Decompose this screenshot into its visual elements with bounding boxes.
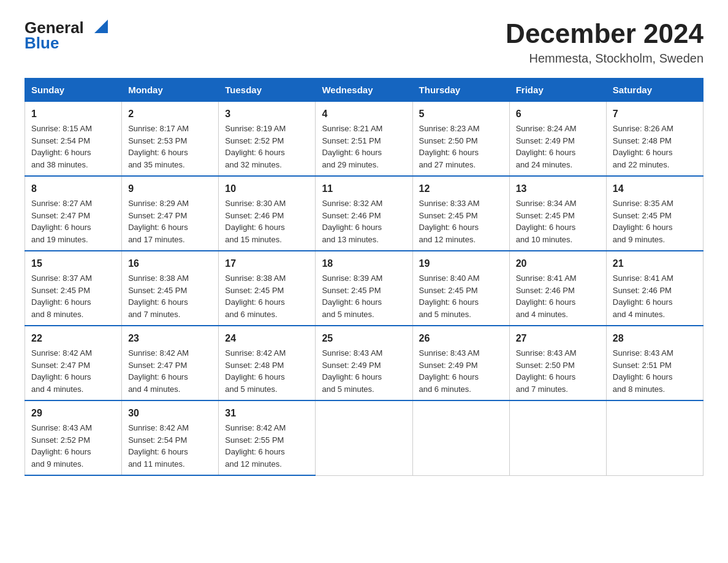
day-number: 22: [31, 331, 115, 346]
day-info: Sunrise: 8:26 AMSunset: 2:48 PMDaylight:…: [613, 123, 697, 170]
day-number: 20: [516, 256, 600, 271]
col-monday: Monday: [122, 79, 219, 102]
calendar-cell: 19Sunrise: 8:40 AMSunset: 2:45 PMDayligh…: [412, 251, 509, 326]
calendar-body: 1Sunrise: 8:15 AMSunset: 2:54 PMDaylight…: [25, 102, 703, 476]
calendar-cell: 10Sunrise: 8:30 AMSunset: 2:46 PMDayligh…: [219, 176, 316, 251]
logo-content: General Blue: [25, 18, 108, 53]
logo: General Blue: [25, 18, 108, 53]
col-wednesday: Wednesday: [316, 79, 412, 102]
calendar-cell: 22Sunrise: 8:42 AMSunset: 2:47 PMDayligh…: [25, 326, 122, 400]
day-number: 1: [31, 107, 115, 121]
calendar-cell: 26Sunrise: 8:43 AMSunset: 2:49 PMDayligh…: [412, 326, 509, 400]
calendar-cell: 29Sunrise: 8:43 AMSunset: 2:52 PMDayligh…: [25, 400, 122, 475]
day-info: Sunrise: 8:41 AMSunset: 2:46 PMDaylight:…: [516, 272, 600, 320]
day-number: 28: [613, 331, 697, 346]
header-row: Sunday Monday Tuesday Wednesday Thursday…: [25, 79, 703, 102]
day-info: Sunrise: 8:27 AMSunset: 2:47 PMDaylight:…: [31, 197, 115, 245]
day-number: 14: [613, 182, 697, 196]
day-number: 25: [322, 331, 406, 346]
col-saturday: Saturday: [606, 79, 703, 102]
day-info: Sunrise: 8:23 AMSunset: 2:50 PMDaylight:…: [419, 123, 503, 170]
calendar-week-row: 1Sunrise: 8:15 AMSunset: 2:54 PMDaylight…: [25, 102, 703, 177]
day-info: Sunrise: 8:32 AMSunset: 2:46 PMDaylight:…: [322, 197, 406, 245]
logo-triangle-icon: [94, 20, 108, 33]
col-sunday: Sunday: [25, 79, 122, 102]
day-number: 5: [419, 107, 503, 121]
calendar-subtitle: Hemmesta, Stockholm, Sweden: [506, 52, 703, 66]
day-info: Sunrise: 8:30 AMSunset: 2:46 PMDaylight:…: [225, 197, 309, 245]
day-number: 7: [613, 107, 697, 121]
calendar-title: December 2024: [506, 18, 703, 49]
day-number: 24: [225, 331, 309, 346]
day-number: 4: [322, 107, 406, 121]
day-number: 19: [419, 256, 503, 271]
day-info: Sunrise: 8:15 AMSunset: 2:54 PMDaylight:…: [31, 123, 115, 170]
day-info: Sunrise: 8:43 AMSunset: 2:50 PMDaylight:…: [516, 347, 600, 395]
calendar-cell: [606, 400, 703, 475]
day-number: 11: [322, 182, 406, 196]
calendar-week-row: 22Sunrise: 8:42 AMSunset: 2:47 PMDayligh…: [25, 326, 703, 400]
calendar-cell: 21Sunrise: 8:41 AMSunset: 2:46 PMDayligh…: [606, 251, 703, 326]
calendar-cell: 1Sunrise: 8:15 AMSunset: 2:54 PMDaylight…: [25, 102, 122, 177]
col-friday: Friday: [509, 79, 606, 102]
day-number: 17: [225, 256, 309, 271]
calendar-cell: 9Sunrise: 8:29 AMSunset: 2:47 PMDaylight…: [122, 176, 219, 251]
calendar-cell: 2Sunrise: 8:17 AMSunset: 2:53 PMDaylight…: [122, 102, 219, 177]
day-number: 12: [419, 182, 503, 196]
day-number: 31: [225, 406, 309, 421]
title-area: December 2024 Hemmesta, Stockholm, Swede…: [506, 18, 703, 66]
calendar-cell: 25Sunrise: 8:43 AMSunset: 2:49 PMDayligh…: [316, 326, 412, 400]
col-thursday: Thursday: [412, 79, 509, 102]
calendar-cell: 8Sunrise: 8:27 AMSunset: 2:47 PMDaylight…: [25, 176, 122, 251]
col-tuesday: Tuesday: [219, 79, 316, 102]
day-info: Sunrise: 8:34 AMSunset: 2:45 PMDaylight:…: [516, 197, 600, 245]
day-number: 13: [516, 182, 600, 196]
calendar-week-row: 8Sunrise: 8:27 AMSunset: 2:47 PMDaylight…: [25, 176, 703, 251]
day-info: Sunrise: 8:33 AMSunset: 2:45 PMDaylight:…: [419, 197, 503, 245]
calendar-cell: 30Sunrise: 8:42 AMSunset: 2:54 PMDayligh…: [122, 400, 219, 475]
calendar-cell: 16Sunrise: 8:38 AMSunset: 2:45 PMDayligh…: [122, 251, 219, 326]
day-info: Sunrise: 8:38 AMSunset: 2:45 PMDaylight:…: [128, 272, 212, 320]
calendar-cell: 4Sunrise: 8:21 AMSunset: 2:51 PMDaylight…: [316, 102, 412, 177]
calendar-cell: 20Sunrise: 8:41 AMSunset: 2:46 PMDayligh…: [509, 251, 606, 326]
day-number: 8: [31, 182, 115, 196]
day-number: 3: [225, 107, 309, 121]
calendar-cell: 7Sunrise: 8:26 AMSunset: 2:48 PMDaylight…: [606, 102, 703, 177]
day-info: Sunrise: 8:29 AMSunset: 2:47 PMDaylight:…: [128, 197, 212, 245]
calendar-header: Sunday Monday Tuesday Wednesday Thursday…: [25, 79, 703, 102]
calendar-cell: [509, 400, 606, 475]
calendar-cell: 27Sunrise: 8:43 AMSunset: 2:50 PMDayligh…: [509, 326, 606, 400]
calendar-cell: 12Sunrise: 8:33 AMSunset: 2:45 PMDayligh…: [412, 176, 509, 251]
calendar-week-row: 15Sunrise: 8:37 AMSunset: 2:45 PMDayligh…: [25, 251, 703, 326]
day-info: Sunrise: 8:43 AMSunset: 2:52 PMDaylight:…: [31, 422, 115, 470]
calendar-cell: 24Sunrise: 8:42 AMSunset: 2:48 PMDayligh…: [219, 326, 316, 400]
calendar-cell: 3Sunrise: 8:19 AMSunset: 2:52 PMDaylight…: [219, 102, 316, 177]
svg-marker-0: [94, 20, 108, 33]
day-number: 2: [128, 107, 212, 121]
day-info: Sunrise: 8:35 AMSunset: 2:45 PMDaylight:…: [613, 197, 697, 245]
header: General Blue December 2024 Hemmesta, Sto…: [25, 18, 703, 66]
day-number: 27: [516, 331, 600, 346]
day-info: Sunrise: 8:39 AMSunset: 2:45 PMDaylight:…: [322, 272, 406, 320]
day-number: 29: [31, 406, 115, 421]
day-info: Sunrise: 8:43 AMSunset: 2:49 PMDaylight:…: [419, 347, 503, 395]
day-info: Sunrise: 8:42 AMSunset: 2:54 PMDaylight:…: [128, 422, 212, 470]
calendar-cell: 18Sunrise: 8:39 AMSunset: 2:45 PMDayligh…: [316, 251, 412, 326]
day-number: 26: [419, 331, 503, 346]
day-info: Sunrise: 8:21 AMSunset: 2:51 PMDaylight:…: [322, 123, 406, 170]
day-number: 30: [128, 406, 212, 421]
calendar-cell: [412, 400, 509, 475]
day-info: Sunrise: 8:38 AMSunset: 2:45 PMDaylight:…: [225, 272, 309, 320]
day-info: Sunrise: 8:42 AMSunset: 2:48 PMDaylight:…: [225, 347, 309, 395]
day-number: 16: [128, 256, 212, 271]
day-info: Sunrise: 8:43 AMSunset: 2:49 PMDaylight:…: [322, 347, 406, 395]
day-info: Sunrise: 8:42 AMSunset: 2:47 PMDaylight:…: [31, 347, 115, 395]
calendar-cell: 31Sunrise: 8:42 AMSunset: 2:55 PMDayligh…: [219, 400, 316, 475]
calendar-table: Sunday Monday Tuesday Wednesday Thursday…: [25, 78, 703, 476]
calendar-cell: 15Sunrise: 8:37 AMSunset: 2:45 PMDayligh…: [25, 251, 122, 326]
calendar-cell: 5Sunrise: 8:23 AMSunset: 2:50 PMDaylight…: [412, 102, 509, 177]
day-number: 21: [613, 256, 697, 271]
day-number: 18: [322, 256, 406, 271]
day-info: Sunrise: 8:43 AMSunset: 2:51 PMDaylight:…: [613, 347, 697, 395]
calendar-cell: 13Sunrise: 8:34 AMSunset: 2:45 PMDayligh…: [509, 176, 606, 251]
